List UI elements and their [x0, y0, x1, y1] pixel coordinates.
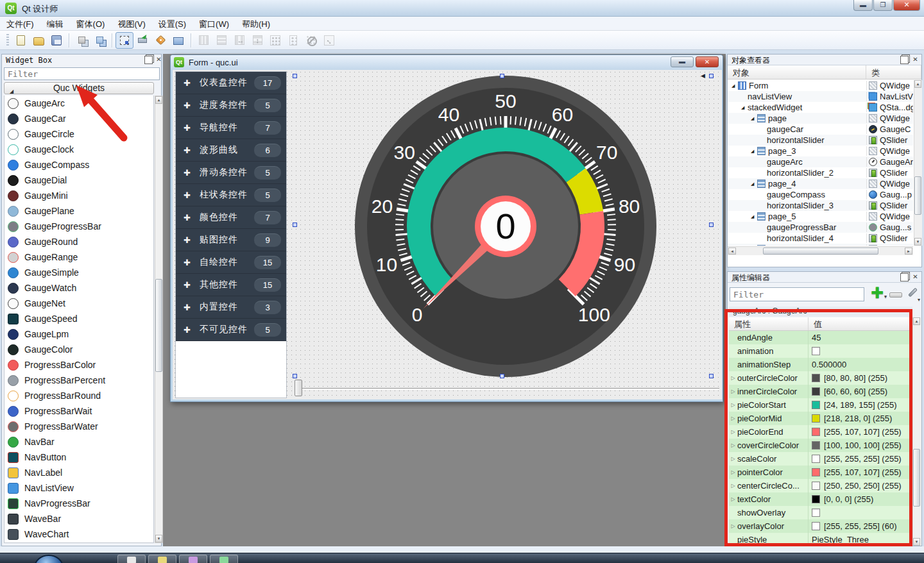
- widget-list-item[interactable]: GaugeLpm: [4, 326, 153, 342]
- object-tree-row[interactable]: ◢page_3QWidge: [728, 146, 913, 156]
- expand-arrow-icon[interactable]: ▷: [729, 496, 737, 502]
- scrollbar-thumb[interactable]: [155, 279, 162, 372]
- scroll-down-icon[interactable]: ▼: [155, 535, 162, 542]
- selection-handle[interactable]: [709, 374, 714, 378]
- close-button[interactable]: ✕: [893, 0, 920, 11]
- property-row[interactable]: animationStep0.500000: [729, 358, 912, 371]
- widget-list-scrollbar[interactable]: ▲ ▼: [155, 96, 163, 543]
- save-form-button[interactable]: [47, 32, 65, 49]
- open-form-button[interactable]: [30, 32, 47, 49]
- expand-arrow-icon[interactable]: ▷: [729, 389, 737, 394]
- property-value-cell[interactable]: [250, 250, 250] (255): [809, 479, 912, 492]
- widget-list-item[interactable]: GaugeRange: [4, 249, 153, 265]
- start-button[interactable]: [34, 555, 64, 563]
- widget-box-filter-input[interactable]: [4, 67, 160, 80]
- widget-list-item[interactable]: ProgressBarRound: [4, 388, 153, 403]
- object-tree-row[interactable]: gaugeCarGaugeC: [728, 124, 913, 135]
- edit-signals-slots-button[interactable]: [133, 32, 151, 49]
- scroll-right-icon[interactable]: ►: [905, 248, 912, 255]
- widget-list-item[interactable]: GaugeSimple: [4, 265, 153, 280]
- property-filter-input[interactable]: [730, 287, 864, 301]
- form-close-button[interactable]: ✕: [696, 56, 719, 67]
- property-value-cell[interactable]: [80, 80, 80] (255): [809, 371, 912, 385]
- object-tree-hscrollbar[interactable]: ◄ ►: [728, 246, 913, 255]
- property-row[interactable]: ▷innerCircleColor[60, 60, 60] (255): [729, 385, 912, 398]
- selection-handle[interactable]: [293, 74, 297, 78]
- widget-list-item[interactable]: WaveChart: [4, 526, 153, 542]
- widget-box-float-icon[interactable]: [144, 56, 153, 64]
- expand-arrow-icon[interactable]: ◢: [741, 105, 748, 110]
- object-tree-row[interactable]: ◢FormQWidge: [728, 80, 913, 91]
- property-value-cell[interactable]: [60, 60, 60] (255): [809, 385, 912, 398]
- menu-item[interactable]: 帮助(H): [235, 17, 277, 32]
- widget-list-item[interactable]: GaugeProgressBar: [4, 219, 153, 234]
- widget-list-item[interactable]: NavButton: [4, 450, 153, 465]
- taskbar-item[interactable]: [210, 555, 238, 563]
- expand-arrow-icon[interactable]: ▷: [729, 442, 737, 448]
- object-tree-row[interactable]: horizontalSlider_2QSlider: [728, 167, 913, 178]
- menu-item[interactable]: 窗体(O): [70, 17, 112, 32]
- scroll-up-icon[interactable]: ▲: [914, 80, 921, 88]
- toolbar-grip[interactable]: [6, 34, 9, 47]
- selection-handle[interactable]: [293, 223, 297, 227]
- window-cascade-button[interactable]: [73, 32, 90, 49]
- object-tree-row[interactable]: ◢page_6QWidge: [728, 244, 913, 246]
- form-canvas[interactable]: ✚仪表盘控件17✚进度条控件5✚导航控件7✚波形曲线6✚滑动条控件5✚柱状条控件…: [173, 70, 722, 399]
- property-value-cell[interactable]: [255, 107, 107] (255): [809, 425, 912, 439]
- taskbar-item[interactable]: [117, 555, 146, 563]
- window-tile-button[interactable]: [90, 32, 108, 49]
- selection-handle[interactable]: [500, 374, 504, 378]
- widget-list-item[interactable]: GaugeSpeed: [4, 311, 153, 326]
- menu-item[interactable]: 设置(S): [152, 17, 193, 32]
- scroll-down-icon[interactable]: ▼: [914, 238, 921, 246]
- expand-arrow-icon[interactable]: ▷: [729, 483, 737, 489]
- property-row[interactable]: ▷overlayColor[255, 255, 255] (60): [729, 519, 912, 533]
- object-tree-row[interactable]: ◢stackedWidgetQSta...dg: [728, 102, 913, 113]
- widget-list-item[interactable]: GaugePlane: [4, 203, 153, 219]
- property-value-cell[interactable]: [255, 107, 107] (255): [809, 466, 912, 479]
- expand-arrow-icon[interactable]: ▷: [729, 429, 737, 435]
- scrollbar-thumb[interactable]: [914, 176, 921, 215]
- property-row[interactable]: ▷coverCircleColor[100, 100, 100] (255): [729, 439, 912, 452]
- selection-handle[interactable]: [500, 74, 504, 78]
- selection-handle[interactable]: [293, 374, 297, 378]
- checkbox[interactable]: [812, 508, 820, 517]
- menu-item[interactable]: 视图(V): [111, 17, 151, 32]
- widget-box-category-header[interactable]: ◢Quc Widgets: [4, 82, 154, 94]
- expand-arrow-icon[interactable]: ▷: [729, 456, 737, 462]
- widget-list-item[interactable]: GaugeNet: [4, 296, 153, 311]
- property-row[interactable]: ▷pieColorStart[24, 189, 155] (255): [729, 398, 912, 412]
- expand-arrow-icon[interactable]: ◢: [751, 181, 757, 187]
- widget-list-item[interactable]: GaugeArc: [4, 96, 153, 111]
- widget-list-item[interactable]: NavLabel: [4, 465, 153, 480]
- stacked-widget-prev-icon[interactable]: ◀: [701, 72, 705, 79]
- property-value-cell[interactable]: [100, 100, 100] (255): [809, 439, 912, 452]
- widget-list-item[interactable]: ProgressBarWait: [4, 403, 153, 419]
- edit-tab-order-button[interactable]: [169, 32, 187, 49]
- property-value-cell[interactable]: 45: [809, 331, 912, 344]
- property-value-cell[interactable]: [218, 218, 0] (255): [809, 412, 912, 425]
- object-tree-row[interactable]: ◢page_5QWidge: [728, 211, 913, 222]
- minimize-button[interactable]: ▬: [853, 0, 873, 11]
- property-value-cell[interactable]: [0, 0, 0] (255): [809, 492, 912, 506]
- expand-arrow-icon[interactable]: ◢: [751, 116, 757, 121]
- selection-handle[interactable]: [709, 223, 714, 227]
- object-tree-row[interactable]: navListViewNavListV: [728, 91, 913, 102]
- remove-dynamic-property-button[interactable]: [889, 292, 902, 298]
- property-row[interactable]: pieStylePieStyle_Three: [729, 533, 912, 546]
- scroll-down-icon[interactable]: ▼: [913, 538, 920, 546]
- property-editor-close-icon[interactable]: ✕: [911, 273, 920, 282]
- property-row[interactable]: ▷textColor[0, 0, 0] (255): [729, 492, 912, 506]
- slider-handle[interactable]: [295, 380, 302, 396]
- property-row[interactable]: ▷pointerColor[255, 107, 107] (255): [729, 466, 912, 479]
- expand-arrow-icon[interactable]: ▷: [729, 402, 737, 408]
- property-row[interactable]: ▷scaleColor[255, 255, 255] (255): [729, 452, 912, 466]
- widget-list-item[interactable]: GaugeCircle: [4, 126, 153, 142]
- widget-list-item[interactable]: GaugeCar: [4, 111, 153, 126]
- expand-arrow-icon[interactable]: ▷: [729, 416, 737, 421]
- property-row[interactable]: ▷pieColorMid[218, 218, 0] (255): [729, 412, 912, 425]
- checkbox[interactable]: [812, 347, 820, 355]
- property-value-cell[interactable]: PieStyle_Three: [809, 533, 912, 546]
- property-value-cell[interactable]: [24, 189, 155] (255): [809, 398, 912, 412]
- widget-box-close-icon[interactable]: ✕: [155, 56, 163, 64]
